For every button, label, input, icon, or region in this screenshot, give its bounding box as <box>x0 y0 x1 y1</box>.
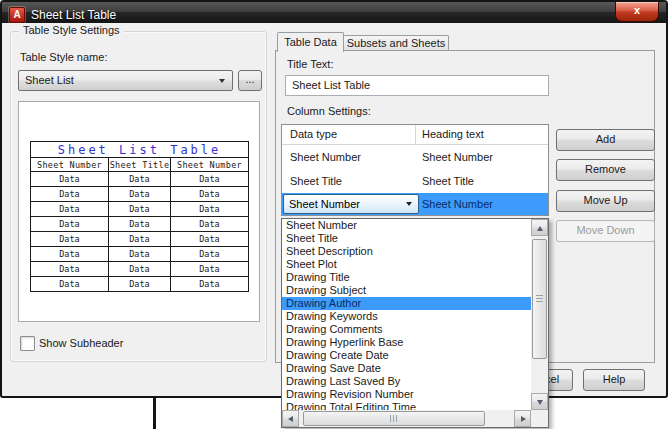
move-down-button: Move Down <box>556 220 655 242</box>
preview-data-row: DataDataData <box>31 202 249 217</box>
preview-header-row: Sheet Number Sheet Title Sheet Number <box>31 158 249 172</box>
dropdown-item[interactable]: Drawing Hyperlink Base <box>282 336 531 349</box>
preview-data-cell: Data <box>171 217 249 232</box>
preview-data-cell: Data <box>109 247 171 262</box>
preview-data-cell: Data <box>31 172 109 187</box>
chevron-down-icon <box>219 79 225 83</box>
preview-data-row: DataDataData <box>31 187 249 202</box>
header-heading-text: Heading text <box>422 125 484 144</box>
dropdown-item[interactable]: Drawing Revision Number <box>282 388 531 401</box>
show-subheader-checkbox[interactable] <box>20 336 35 351</box>
preview-data-row: DataDataData <box>31 247 249 262</box>
preview-data-cell: Data <box>109 172 171 187</box>
vertical-scrollbar[interactable] <box>531 219 548 410</box>
move-up-button[interactable]: Move Up <box>556 190 655 212</box>
preview-header-cell: Sheet Number <box>171 158 249 172</box>
scroll-down-icon[interactable] <box>531 393 548 410</box>
table-row[interactable]: Sheet Number Sheet Number <box>282 145 548 169</box>
dropdown-item[interactable]: Drawing Total Editing Time <box>282 401 531 410</box>
dropdown-item[interactable]: Drawing Author <box>282 297 531 310</box>
preview-data-cell: Data <box>109 232 171 247</box>
help-button[interactable]: Help <box>583 369 645 391</box>
preview-data-row: DataDataData <box>31 217 249 232</box>
preview-data-cell: Data <box>31 262 109 277</box>
scroll-up-icon[interactable] <box>531 219 548 236</box>
scrollbar-corner <box>531 410 548 427</box>
preview-title: Sheet List Table <box>31 142 249 158</box>
dropdown-item[interactable]: Drawing Save Date <box>282 362 531 375</box>
column-settings-header: Data type Heading text <box>282 125 548 145</box>
table-style-combobox-value: Sheet List <box>25 74 74 86</box>
title-text-label: Title Text: <box>287 58 333 70</box>
cell-data-type: Sheet Number <box>290 145 361 169</box>
preview-data-cell: Data <box>171 277 249 292</box>
preview-data-cell: Data <box>171 202 249 217</box>
preview-data-cell: Data <box>109 187 171 202</box>
data-type-combobox[interactable]: Sheet Number <box>283 194 419 214</box>
scroll-left-icon[interactable] <box>282 410 299 427</box>
preview-data-cell: Data <box>31 202 109 217</box>
show-subheader-label[interactable]: Show Subheader <box>39 337 123 349</box>
preview-data-cell: Data <box>109 202 171 217</box>
preview-data-cell: Data <box>109 217 171 232</box>
horizontal-scrollbar-thumb[interactable] <box>303 411 485 426</box>
dropdown-item[interactable]: Sheet Plot <box>282 258 531 271</box>
preview-data-cell: Data <box>31 247 109 262</box>
dropdown-item[interactable]: Drawing Comments <box>282 323 531 336</box>
preview-title-row: Sheet List Table <box>31 142 249 158</box>
preview-data-cell: Data <box>31 232 109 247</box>
dialog-title: Sheet List Table <box>31 8 116 22</box>
remove-button[interactable]: Remove <box>556 159 655 181</box>
preview-data-rows: DataDataDataDataDataDataDataDataDataData… <box>31 172 249 292</box>
column-settings-table: Data type Heading text Sheet Number Shee… <box>281 124 549 216</box>
titlebar[interactable]: A Sheet List Table <box>2 2 666 23</box>
dropdown-item[interactable]: Drawing Title <box>282 271 531 284</box>
tab-subsets-and-sheets[interactable]: Subsets and Sheets <box>343 35 449 51</box>
table-style-preview: Sheet List Table Sheet Number Sheet Titl… <box>18 101 260 322</box>
browse-style-button[interactable]: ... <box>238 70 262 91</box>
close-button[interactable]: x <box>615 2 659 22</box>
preview-data-row: DataDataData <box>31 172 249 187</box>
scroll-right-icon[interactable] <box>514 410 531 427</box>
dropdown-item[interactable]: Sheet Description <box>282 245 531 258</box>
title-text-input[interactable]: Sheet List Table <box>285 75 549 96</box>
cell-heading-text: Sheet Title <box>422 169 474 193</box>
table-style-combobox[interactable]: Sheet List <box>18 70 233 91</box>
preview-data-cell: Data <box>171 187 249 202</box>
horizontal-scrollbar[interactable] <box>282 410 531 427</box>
tab-table-data[interactable]: Table Data <box>277 32 344 52</box>
dropdown-item[interactable]: Drawing Keywords <box>282 310 531 323</box>
preview-data-cell: Data <box>171 247 249 262</box>
preview-data-cell: Data <box>109 277 171 292</box>
background-drawing-line <box>153 396 156 429</box>
table-row[interactable]: Sheet Title Sheet Title <box>282 169 548 193</box>
dropdown-item[interactable]: Drawing Create Date <box>282 349 531 362</box>
dropdown-item[interactable]: Sheet Title <box>282 232 531 245</box>
data-type-combobox-value: Sheet Number <box>289 198 360 210</box>
preview-header-cell: Sheet Title <box>109 158 171 172</box>
preview-data-row: DataDataData <box>31 262 249 277</box>
preview-data-cell: Data <box>31 217 109 232</box>
table-row-selected[interactable]: Sheet Number Sheet Number <box>282 193 548 215</box>
dropdown-item[interactable]: Drawing Last Saved By <box>282 375 531 388</box>
datatype-dropdown-list: Sheet NumberSheet TitleSheet Description… <box>282 219 531 410</box>
preview-data-row: DataDataData <box>31 277 249 292</box>
add-button[interactable]: Add <box>556 129 655 151</box>
vertical-scrollbar-thumb[interactable] <box>532 239 547 359</box>
dropdown-item[interactable]: Sheet Number <box>282 219 531 232</box>
column-settings-label: Column Settings: <box>287 105 371 117</box>
preview-data-cell: Data <box>171 262 249 277</box>
dropdown-item[interactable]: Drawing Subject <box>282 284 531 297</box>
group-title: Table Style Settings <box>19 24 124 36</box>
preview-data-cell: Data <box>109 262 171 277</box>
data-type-dropdown: Sheet NumberSheet TitleSheet Description… <box>281 218 549 428</box>
preview-data-row: DataDataData <box>31 232 249 247</box>
preview-data-cell: Data <box>171 172 249 187</box>
preview-header-cell: Sheet Number <box>31 158 109 172</box>
cell-data-type: Sheet Title <box>290 169 342 193</box>
chevron-down-icon <box>406 202 412 206</box>
table-style-name-label: Table Style name: <box>20 51 107 63</box>
autocad-icon: A <box>9 7 25 23</box>
preview-table: Sheet List Table Sheet Number Sheet Titl… <box>30 141 249 292</box>
header-data-type: Data type <box>282 125 416 144</box>
